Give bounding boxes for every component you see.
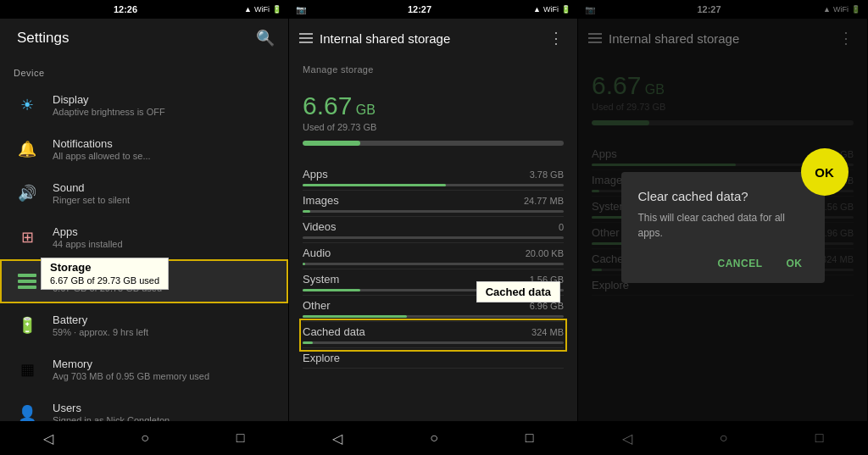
apps-title: Apps [53, 225, 275, 238]
storage-unit: GB [356, 103, 376, 117]
storage-total: 6.67 GB Used of 29.73 GB [303, 78, 564, 164]
sidebar-item-users[interactable]: 👤 Users Signed in as Nick Congleton [0, 391, 288, 421]
svg-rect-2 [18, 286, 36, 289]
memory-subtitle: Avg 703 MB of 0.95 GB memory used [53, 371, 275, 381]
memory-text: Memory Avg 703 MB of 0.95 GB memory used [53, 358, 275, 381]
images-bar [303, 210, 564, 213]
images-bar-fill [303, 210, 310, 213]
dialog-message: This will clear cached data for all apps… [638, 210, 808, 241]
recent-button[interactable]: □ [223, 425, 259, 451]
display-subtitle: Adaptive brightness is OFF [53, 107, 275, 117]
svg-rect-1 [18, 280, 36, 283]
images-size: 24.77 MB [524, 196, 564, 206]
cached-bar-fill [303, 341, 313, 344]
time-panel1: 12:26 [114, 4, 137, 14]
storage-of-label: Used of 29.73 GB [303, 122, 564, 132]
sound-title: Sound [53, 181, 275, 194]
storage-used-gb: 6.67 [303, 92, 352, 119]
users-text: Users Signed in as Nick Congleton [53, 402, 275, 421]
apps-subtitle: 44 apps installed [53, 239, 275, 249]
battery-title: Battery [53, 314, 275, 326]
display-title: Display [53, 93, 275, 106]
manage-storage-label: Manage storage [303, 58, 564, 78]
other-size: 6.96 GB [530, 301, 564, 311]
sidebar-item-notifications[interactable]: 🔔 Notifications All apps allowed to se..… [0, 127, 288, 171]
audio-bar [303, 263, 564, 265]
display-text: Display Adaptive brightness is OFF [53, 93, 275, 117]
section-device: Device [0, 58, 288, 83]
sidebar-item-apps[interactable]: ⊞ Apps 44 apps installed [0, 215, 288, 259]
images-label: Images [303, 194, 524, 207]
ok-circle-annotation: OK [801, 148, 849, 196]
system-bar-fill [303, 289, 360, 291]
home-button2[interactable]: ○ [416, 425, 452, 451]
sidebar-item-storage[interactable]: Storage 6.67 GB of 29.73 GB used Storage… [0, 259, 288, 303]
videos-bar [303, 236, 564, 239]
storage-page-title: Internal shared storage [320, 31, 545, 46]
notifications-title: Notifications [53, 137, 275, 150]
back-button2[interactable]: ◁ [319, 425, 356, 452]
storage-panel: 📷 12:27 ▲ WiFi 🔋 Internal shared storage… [289, 0, 578, 455]
storage-item-other[interactable]: Other 6.96 GB [303, 296, 564, 322]
apps-text: Apps 44 apps installed [53, 225, 275, 249]
users-icon: 👤 [14, 400, 41, 421]
explore-label: Explore [303, 352, 564, 364]
display-icon: ☀ [14, 92, 41, 119]
status-bar-panel2: 📷 12:27 ▲ WiFi 🔋 [289, 0, 577, 19]
cached-size: 324 MB [531, 327, 564, 337]
storage-total-bar-fill [303, 141, 360, 146]
status-bar-panel1: 12:26 ▲ WiFi 🔋 [0, 0, 288, 19]
videos-label: Videos [303, 220, 559, 233]
storage-subtitle: 6.67 GB of 29.73 GB used [53, 283, 275, 293]
home-button[interactable]: ○ [127, 425, 163, 451]
dialog-title: Clear cached data? [638, 189, 808, 203]
storage-item-apps[interactable]: Apps 3.78 GB [303, 164, 564, 191]
apps-icon: ⊞ [14, 224, 41, 251]
back-button[interactable]: ◁ [30, 425, 67, 452]
recent-button2[interactable]: □ [512, 425, 548, 451]
sound-subtitle: Ringer set to silent [53, 195, 275, 205]
battery-icon2: 🔋 [561, 5, 570, 14]
storage-item-explore[interactable]: Explore [303, 348, 564, 369]
toolbar-panel2: Internal shared storage ⋮ [289, 19, 577, 58]
sidebar-item-display[interactable]: ☀ Display Adaptive brightness is OFF [0, 83, 288, 127]
other-bar [303, 315, 564, 318]
hamburger-icon[interactable] [299, 33, 313, 43]
status-icons-panel2: ▲ WiFi 🔋 [533, 5, 570, 14]
other-label: Other [303, 299, 530, 312]
apps-label: Apps [303, 168, 530, 180]
dialog-overlay: OK Clear cached data? This will clear ca… [578, 0, 867, 455]
cancel-button[interactable]: CANCEL [713, 254, 768, 273]
storage-item-images[interactable]: Images 24.77 MB [303, 191, 564, 217]
storage-title: Storage [53, 269, 275, 282]
search-icon[interactable]: 🔍 [253, 25, 278, 51]
settings-list: Device ☀ Display Adaptive brightness is … [0, 58, 288, 421]
wifi-icon2: WiFi [543, 5, 559, 14]
more-options-icon[interactable]: ⋮ [545, 25, 567, 51]
system-bar [303, 289, 564, 291]
toolbar-panel1: Settings 🔍 [0, 19, 288, 58]
signal-icon2: ▲ [533, 5, 541, 14]
storage-item-audio[interactable]: Audio 20.00 KB [303, 243, 564, 269]
signal-icon: ▲ [244, 5, 252, 14]
notifications-icon: 🔔 [14, 136, 41, 163]
audio-size: 20.00 KB [526, 248, 564, 258]
notification-icon: 📷 [296, 5, 306, 14]
wifi-icon: WiFi [254, 5, 270, 14]
audio-label: Audio [303, 247, 526, 259]
system-size: 1.56 GB [530, 275, 564, 285]
storage-item-videos[interactable]: Videos 0 [303, 217, 564, 243]
sound-text: Sound Ringer set to silent [53, 181, 275, 205]
storage-item-cached[interactable]: Cached data 324 MB [303, 322, 564, 348]
ok-button[interactable]: OK [782, 254, 808, 273]
sidebar-item-sound[interactable]: 🔊 Sound Ringer set to silent [0, 171, 288, 215]
videos-size: 0 [559, 222, 564, 232]
storage-item-system[interactable]: System 1.56 GB [303, 269, 564, 296]
svg-rect-0 [18, 274, 36, 277]
sidebar-item-battery[interactable]: 🔋 Battery 59% · approx. 9 hrs left [0, 303, 288, 347]
sidebar-item-memory[interactable]: ▦ Memory Avg 703 MB of 0.95 GB memory us… [0, 347, 288, 391]
cached-label: Cached data [303, 325, 531, 338]
system-label: System [303, 273, 530, 286]
status-icons-panel1: ▲ WiFi 🔋 [244, 5, 281, 14]
storage-detail-content: Manage storage 6.67 GB Used of 29.73 GB … [289, 58, 577, 421]
